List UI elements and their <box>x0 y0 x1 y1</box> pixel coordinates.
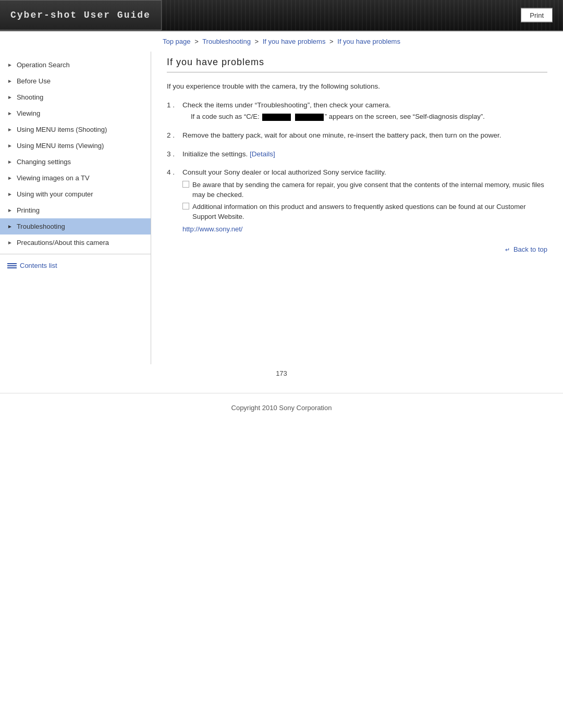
step-num-4: 4 . <box>167 167 182 178</box>
arrow-icon: ► <box>7 159 13 165</box>
sidebar-item-printing[interactable]: ► Printing <box>0 202 151 218</box>
sidebar-label: Viewing <box>17 109 40 117</box>
breadcrumb-troubleshooting[interactable]: Troubleshooting <box>202 38 251 45</box>
redacted-code-1 <box>262 114 291 121</box>
arrow-icon: ► <box>7 78 13 84</box>
arrow-icon: ► <box>7 240 13 245</box>
sidebar-item-troubleshooting[interactable]: ► Troubleshooting <box>0 218 151 235</box>
details-link[interactable]: [Details] <box>250 150 275 158</box>
sidebar-item-menu-viewing[interactable]: ► Using MENU items (Viewing) <box>0 138 151 154</box>
sidebar-label: Operation Search <box>17 61 70 69</box>
step-1-sub: If a code such as “C/E: ” appears on the… <box>191 112 547 122</box>
sidebar: ► Operation Search ► Before Use ► Shooti… <box>0 52 151 364</box>
arrow-icon: ► <box>7 207 13 213</box>
sidebar-label: Printing <box>17 206 40 214</box>
sidebar-label: Using MENU items (Viewing) <box>17 142 104 150</box>
step-num-1: 1 . <box>167 100 182 111</box>
sidebar-item-viewing[interactable]: ► Viewing <box>0 105 151 121</box>
app-title: Cyber-shot User Guide <box>10 10 151 20</box>
back-to-top: ↵ Back to top <box>167 245 547 253</box>
arrow-icon: ► <box>7 224 13 229</box>
step-1-separator <box>292 112 294 122</box>
copyright-text: Copyright 2010 Sony Corporation <box>231 404 332 412</box>
page-number: 173 <box>0 364 563 382</box>
step-num-2: 2 . <box>167 130 182 141</box>
contents-list-icon <box>7 263 17 268</box>
contents-list-label: Contents list <box>20 262 57 269</box>
step-3-text: Initialize the settings. <box>182 150 248 158</box>
step-1: 1 . Check the items under “Troubleshooti… <box>167 100 547 122</box>
step-2: 2 . Remove the battery pack, wait for ab… <box>167 130 547 141</box>
sidebar-label: Viewing images on a TV <box>17 174 90 182</box>
step-1-body: Check the items under “Troubleshooting”,… <box>182 100 547 122</box>
arrow-icon: ► <box>7 62 13 68</box>
print-button[interactable]: Print <box>521 8 553 22</box>
sidebar-item-menu-shooting[interactable]: ► Using MENU items (Shooting) <box>0 121 151 138</box>
step-4-body: Consult your Sony dealer or local author… <box>182 167 547 235</box>
main-layout: ► Operation Search ► Before Use ► Shooti… <box>0 52 563 364</box>
sidebar-label: Precautions/About this camera <box>17 239 109 246</box>
step-3: 3 . Initialize the settings. [Details] <box>167 149 547 160</box>
step-num-3: 3 . <box>167 149 182 160</box>
step-3-body: Initialize the settings. [Details] <box>182 149 547 160</box>
note2-text: Additional information on this product a… <box>192 202 547 222</box>
step-4-text: Consult your Sony dealer or local author… <box>182 168 386 176</box>
step-4-note1: Be aware that by sending the camera for … <box>182 180 547 200</box>
breadcrumb: Top page > Troubleshooting > If you have… <box>0 31 563 52</box>
redacted-code-2 <box>295 114 324 121</box>
back-to-top-link[interactable]: ↵ Back to top <box>505 245 547 253</box>
sidebar-label: Using with your computer <box>17 190 93 198</box>
sidebar-item-changing-settings[interactable]: ► Changing settings <box>0 154 151 170</box>
arrow-icon: ► <box>7 127 13 132</box>
breadcrumb-current[interactable]: If you have problems <box>337 38 400 45</box>
sidebar-item-before-use[interactable]: ► Before Use <box>0 73 151 89</box>
intro-text: If you experience trouble with the camer… <box>167 81 547 92</box>
sidebar-label: Before Use <box>17 77 51 85</box>
sidebar-label: Troubleshooting <box>17 223 65 230</box>
sidebar-item-precautions[interactable]: ► Precautions/About this camera <box>0 235 151 251</box>
steps-list: 1 . Check the items under “Troubleshooti… <box>167 100 547 235</box>
step-4: 4 . Consult your Sony dealer or local au… <box>167 167 547 235</box>
arrow-icon: ► <box>7 110 13 116</box>
sidebar-item-operation-search[interactable]: ► Operation Search <box>0 57 151 73</box>
step-1-sub-text2: ” appears on the screen, see “Self-diagn… <box>325 112 485 122</box>
sidebar-label: Changing settings <box>17 158 71 166</box>
arrow-icon: ► <box>7 191 13 197</box>
contents-list-link[interactable]: Contents list <box>0 257 151 274</box>
sony-url-link[interactable]: http://www.sony.net/ <box>182 224 547 235</box>
header-title-box: Cyber-shot User Guide <box>0 0 162 30</box>
sidebar-label: Shooting <box>17 93 43 101</box>
back-to-top-icon: ↵ <box>505 246 510 253</box>
arrow-icon: ► <box>7 175 13 181</box>
page-title: If you have problems <box>167 57 547 72</box>
sidebar-item-computer[interactable]: ► Using with your computer <box>0 186 151 202</box>
step-4-note2: Additional information on this product a… <box>182 202 547 222</box>
sidebar-item-viewing-tv[interactable]: ► Viewing images on a TV <box>0 170 151 186</box>
sidebar-divider <box>0 254 151 254</box>
checkbox-2 <box>182 203 189 209</box>
step-1-sub-text: If a code such as “C/E: <box>191 112 261 122</box>
back-to-top-label: Back to top <box>513 245 547 253</box>
header: Cyber-shot User Guide Print <box>0 0 563 31</box>
step-2-body: Remove the battery pack, wait for about … <box>182 130 547 141</box>
arrow-icon: ► <box>7 94 13 100</box>
breadcrumb-top[interactable]: Top page <box>163 38 191 45</box>
arrow-icon: ► <box>7 143 13 149</box>
sidebar-label: Using MENU items (Shooting) <box>17 126 107 133</box>
sidebar-item-shooting[interactable]: ► Shooting <box>0 89 151 105</box>
content-area: If you have problems If you experience t… <box>151 52 563 269</box>
note1-text: Be aware that by sending the camera for … <box>192 180 547 200</box>
step-1-text: Check the items under “Troubleshooting”,… <box>182 101 390 109</box>
checkbox-1 <box>182 181 189 188</box>
breadcrumb-problems[interactable]: If you have problems <box>263 38 326 45</box>
footer: Copyright 2010 Sony Corporation <box>0 393 563 422</box>
step-2-text: Remove the battery pack, wait for about … <box>182 131 501 139</box>
